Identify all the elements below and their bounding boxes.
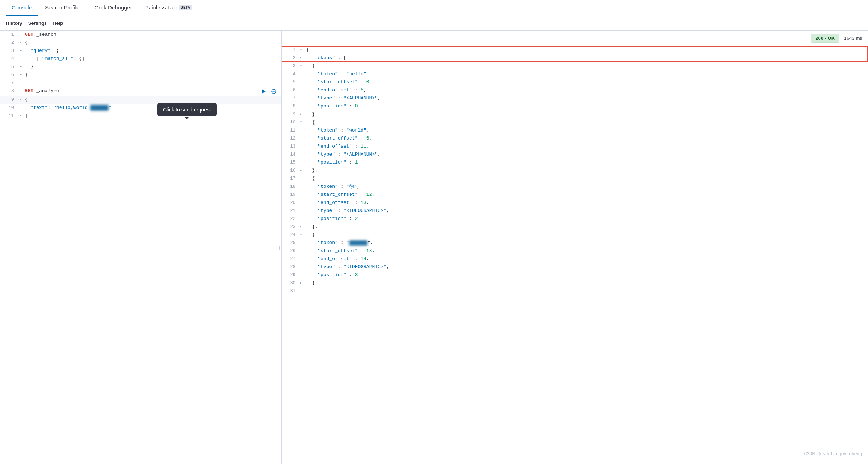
panel-divider[interactable]: ‖ — [278, 240, 281, 255]
beta-badge: BETA — [179, 5, 192, 10]
history-button[interactable]: History — [6, 19, 22, 27]
output-panel: 200 - OK 1643 ms 1 ▾ { 2 ▸ "tokens" : [ … — [282, 31, 868, 464]
line-number: 7 — [282, 94, 300, 102]
output-line-8: 8 "position" : 0 — [282, 102, 868, 110]
line-content: "end_offset" : 13, — [305, 199, 868, 207]
editor-line-1: 1 GET _search — [0, 31, 281, 39]
fold-gutter[interactable]: ▾ — [18, 112, 23, 120]
line-number: 27 — [282, 255, 300, 263]
fold-gutter[interactable]: ▸ — [300, 54, 305, 62]
editor-line-4: 4 | "match_all": {} — [0, 55, 281, 63]
output-line-16: 16 ▸ }, — [282, 167, 868, 175]
line-content: { — [23, 39, 281, 47]
line-content: } — [23, 63, 281, 71]
line-content: "position" : 3 — [305, 271, 868, 279]
svg-marker-0 — [262, 89, 266, 94]
line-content: "text": "hello,world " — [23, 104, 281, 112]
fold-gutter[interactable]: ▾ — [300, 118, 305, 126]
line-content: "token" : "徐", — [305, 183, 868, 191]
copy-as-curl-button[interactable] — [269, 87, 278, 96]
line-content: "type" : "<ALPHANUM>", — [305, 94, 868, 102]
fold-gutter[interactable]: ▸ — [300, 279, 305, 287]
tab-grok-debugger[interactable]: Grok Debugger — [88, 0, 138, 16]
line-content: GET _search — [23, 31, 281, 39]
output-line-19: 19 "start_offset" : 12, — [282, 191, 868, 199]
line-content: "start_offset" : 12, — [305, 191, 868, 199]
output-line-29: 29 "position" : 3 — [282, 271, 868, 279]
line-content: "start_offset" : 0, — [305, 78, 868, 86]
line-number: 9 — [282, 110, 300, 118]
line-number: 10 — [0, 104, 18, 112]
line-content: }, — [305, 223, 868, 231]
output-line-14: 14 "type" : "<ALPHANUM>", — [282, 151, 868, 159]
line-number: 17 — [282, 175, 300, 183]
line-number: 9 — [0, 96, 18, 104]
output-line-4: 4 "token" : "hello", — [282, 70, 868, 78]
tab-painless-lab[interactable]: Painless Lab BETA — [139, 0, 198, 16]
fold-gutter[interactable]: ▾ — [18, 96, 23, 104]
fold-gutter[interactable]: ▸ — [18, 47, 23, 55]
fold-gutter[interactable]: ▾ — [18, 39, 23, 47]
fold-gutter[interactable]: ▾ — [18, 71, 23, 79]
line-content: { — [305, 175, 868, 183]
editor-line-2: 2 ▾ { — [0, 39, 281, 47]
run-request-button[interactable] — [259, 87, 268, 96]
line-number: 14 — [282, 151, 300, 159]
line-content: "position" : 2 — [305, 215, 868, 223]
fold-gutter[interactable]: ▸ — [300, 223, 305, 231]
line-number: 8 — [282, 102, 300, 110]
fold-gutter[interactable]: ▸ — [300, 110, 305, 118]
editor-line-10: 10 "text": "hello,world " — [0, 104, 281, 112]
output-line-9: 9 ▸ }, — [282, 110, 868, 118]
line-content: "start_offset" : 6, — [305, 134, 868, 142]
line-content: }, — [305, 110, 868, 118]
fold-gutter[interactable]: ▾ — [300, 46, 305, 54]
line-number: 12 — [282, 134, 300, 142]
output-line-21: 21 "type" : "<IDEOGRAPHIC>", — [282, 207, 868, 215]
line-number: 26 — [282, 247, 300, 255]
line-number: 2 — [282, 54, 300, 62]
output-line-11: 11 "token" : "world", — [282, 126, 868, 134]
line-number: 11 — [0, 112, 18, 120]
editor-line-6: 6 ▾ } — [0, 71, 281, 79]
line-content: }, — [305, 167, 868, 175]
help-button[interactable]: Help — [53, 19, 63, 27]
fold-gutter[interactable]: ▾ — [300, 175, 305, 183]
line-number: 11 — [282, 126, 300, 134]
output-line-28: 28 "type" : "<IDEOGRAPHIC>", — [282, 263, 868, 271]
line-content: { — [305, 118, 868, 126]
line-number: 29 — [282, 271, 300, 279]
fold-gutter[interactable]: ▸ — [300, 167, 305, 175]
code-editor[interactable]: 1 GET _search 2 ▾ { 3 ▸ "query": { 4 | — [0, 31, 281, 464]
output-line-17: 17 ▾ { — [282, 175, 868, 183]
line-number: 16 — [282, 167, 300, 175]
output-line-22: 22 "position" : 2 — [282, 215, 868, 223]
output-line-24: 24 ▾ { — [282, 231, 868, 239]
line-content: { — [23, 96, 281, 104]
editor-panel: 1 GET _search 2 ▾ { 3 ▸ "query": { 4 | — [0, 31, 282, 464]
fold-gutter[interactable]: ▸ — [18, 63, 23, 71]
output-header: 200 - OK 1643 ms — [282, 31, 868, 46]
line-content: GET _analyze — [23, 87, 259, 95]
line-number: 15 — [282, 159, 300, 167]
output-line-23: 23 ▸ }, — [282, 223, 868, 231]
line-content: "position" : 1 — [305, 159, 868, 167]
fold-gutter[interactable]: ▾ — [300, 231, 305, 239]
line-content: "token" : "", — [305, 239, 868, 247]
line-number: 18 — [282, 183, 300, 191]
output-line-27: 27 "end_offset" : 14, — [282, 255, 868, 263]
output-line-10: 10 ▾ { — [282, 118, 868, 126]
fold-gutter[interactable]: ▾ — [300, 62, 305, 70]
settings-button[interactable]: Settings — [28, 19, 47, 27]
output-body[interactable]: 1 ▾ { 2 ▸ "tokens" : [ 3 ▾ { 4 "token — [282, 46, 868, 464]
line-number: 5 — [0, 63, 18, 71]
tab-search-profiler[interactable]: Search Profiler — [39, 0, 87, 16]
tab-console[interactable]: Console — [6, 0, 38, 16]
output-line-5: 5 "start_offset" : 0, — [282, 78, 868, 86]
line-content: "token" : "world", — [305, 126, 868, 134]
output-line-15: 15 "position" : 1 — [282, 159, 868, 167]
line-number: 28 — [282, 263, 300, 271]
line-number: 19 — [282, 191, 300, 199]
output-line-7: 7 "type" : "<ALPHANUM>", — [282, 94, 868, 102]
line-content: { — [305, 231, 868, 239]
